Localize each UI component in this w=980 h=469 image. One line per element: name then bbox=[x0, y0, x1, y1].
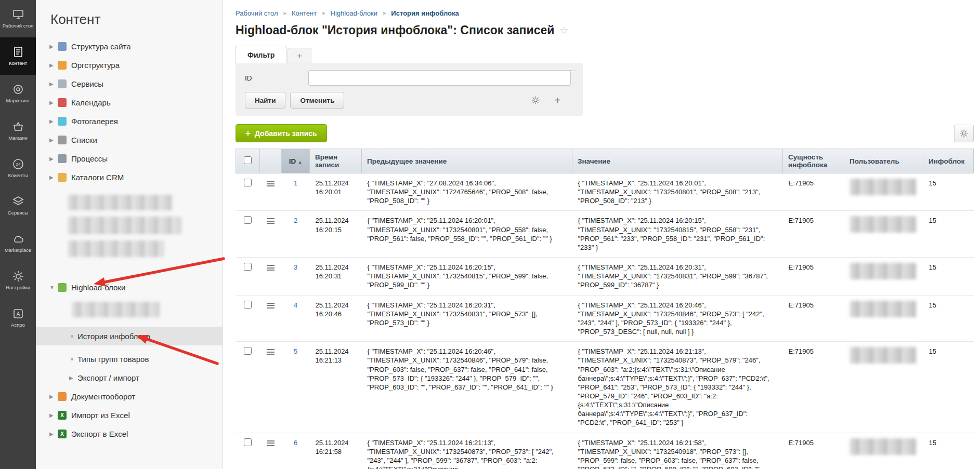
record-id-link[interactable]: 1 bbox=[288, 179, 304, 187]
redacted-user bbox=[850, 179, 917, 195]
rail-item-marketplace[interactable]: Marketplace bbox=[0, 224, 36, 262]
sidebar-item-label: Импорт из Excel bbox=[71, 411, 130, 420]
filter-tab[interactable]: Фильтр bbox=[236, 46, 286, 63]
sidebar-item-label: Списки bbox=[71, 136, 97, 144]
record-id-link[interactable]: 4 bbox=[288, 301, 304, 310]
page-title: Highload-блок "История инфоблока": Списо… bbox=[236, 23, 554, 37]
aspro-logo-icon: A bbox=[12, 307, 24, 320]
sidebar-item-highload-blocks[interactable]: ▼ Highload-блоки bbox=[36, 278, 223, 297]
sidebar-item-photogallery[interactable]: ▶ Фотогалерея bbox=[36, 112, 223, 130]
record-id-link[interactable]: 5 bbox=[288, 347, 304, 356]
rail-item-aspro[interactable]: A Аспро bbox=[0, 299, 36, 337]
grid-settings-button[interactable] bbox=[954, 125, 974, 142]
row-checkbox[interactable] bbox=[244, 179, 252, 186]
header-prev-value[interactable]: Предыдущее значение bbox=[362, 149, 572, 173]
filter-id-input[interactable] bbox=[308, 70, 571, 86]
breadcrumb-item[interactable]: Контент bbox=[292, 9, 317, 17]
select-all-checkbox[interactable] bbox=[244, 156, 252, 164]
breadcrumb-item-current[interactable]: История инфоблока bbox=[391, 9, 459, 17]
rail-item-shop[interactable]: Магазин bbox=[0, 112, 36, 150]
rail-item-services[interactable]: Сервисы bbox=[0, 187, 36, 224]
row-id-cell: 6 bbox=[282, 433, 310, 469]
sidebar-item-site-structure[interactable]: ▶ Структура сайта bbox=[36, 37, 223, 56]
sidebar-item-infoblock-history[interactable]: История инфоблока bbox=[36, 327, 223, 345]
table-row: 2 25.11.202416:20:15 { "TIMESTAMP_X": "2… bbox=[236, 211, 974, 258]
photo-icon bbox=[58, 117, 67, 126]
clients-24-icon: 24 bbox=[12, 158, 24, 170]
rail-item-label: Аспро bbox=[9, 323, 27, 328]
header-user[interactable]: Пользователь bbox=[844, 149, 923, 173]
row-checkbox[interactable] bbox=[244, 263, 252, 271]
sidebar-item-product-group-types[interactable]: Типы групп товаров bbox=[36, 350, 223, 368]
row-checkbox[interactable] bbox=[244, 347, 252, 355]
header-infoblock[interactable]: Инфоблок bbox=[923, 149, 974, 173]
breadcrumb-item[interactable]: Highload-блоки bbox=[331, 9, 377, 17]
row-menu-icon[interactable] bbox=[267, 440, 275, 446]
sidebar-item-import-excel[interactable]: ▶ X Импорт из Excel bbox=[36, 406, 223, 424]
cancel-button[interactable]: Отменить bbox=[290, 92, 344, 109]
record-id-link[interactable]: 2 bbox=[288, 216, 304, 225]
breadcrumb-separator-icon: ➤ bbox=[283, 10, 287, 16]
record-id-link[interactable]: 3 bbox=[288, 263, 304, 272]
rail-item-label: Клиенты bbox=[6, 173, 29, 179]
sidebar-item-orgstructure[interactable]: ▶ Оргструктура bbox=[36, 56, 223, 74]
record-id-link[interactable]: 6 bbox=[288, 438, 304, 447]
sidebar-item-calendar[interactable]: ▶ Календарь bbox=[36, 93, 223, 112]
filter-settings-button[interactable] bbox=[528, 92, 543, 108]
header-menu-cell bbox=[260, 149, 282, 173]
row-user-cell bbox=[844, 258, 923, 295]
plus-icon: + bbox=[245, 129, 251, 138]
row-menu-cell bbox=[260, 295, 282, 342]
row-id-cell: 5 bbox=[282, 342, 310, 433]
favorite-star-icon[interactable]: ☆ bbox=[559, 24, 568, 36]
rail-item-content[interactable]: Контент bbox=[0, 37, 36, 75]
header-time[interactable]: Время записи bbox=[310, 149, 362, 173]
redacted-user bbox=[850, 263, 917, 279]
sidebar-item-lists[interactable]: ▶ Списки bbox=[36, 130, 223, 149]
row-menu-cell bbox=[260, 433, 282, 469]
content-sidebar: Контент ▶ Структура сайта ▶ Оргструктура… bbox=[36, 0, 223, 469]
sidebar-item-export-import[interactable]: ▶ Экспорт / импорт bbox=[36, 368, 223, 387]
row-user-cell bbox=[844, 342, 923, 433]
sidebar-item-docflow[interactable]: ▶ Документооборот bbox=[36, 387, 223, 406]
rail-item-label: Рабочий стол bbox=[1, 23, 35, 29]
row-menu-icon[interactable] bbox=[267, 181, 275, 186]
collapse-filter-icon[interactable]: — bbox=[569, 66, 577, 74]
docflow-icon bbox=[58, 392, 67, 401]
row-value-cell: { "TIMESTAMP_X": "25.11.2024 16:21:58", … bbox=[572, 433, 783, 469]
add-filter-field-button[interactable]: + bbox=[550, 92, 565, 108]
add-record-button[interactable]: + Добавить запись bbox=[236, 124, 327, 142]
row-checkbox[interactable] bbox=[244, 301, 252, 309]
row-checkbox[interactable] bbox=[244, 216, 252, 224]
row-checkbox[interactable] bbox=[244, 438, 252, 446]
row-menu-icon[interactable] bbox=[267, 349, 275, 355]
breadcrumb-item[interactable]: Рабочий стол bbox=[236, 9, 278, 17]
row-prev-cell: { "TIMESTAMP_X": "27.08.2024 16:34:06", … bbox=[362, 173, 572, 211]
header-value[interactable]: Значение bbox=[572, 149, 783, 173]
sidebar-item-export-excel[interactable]: ▶ X Экспорт в Excel bbox=[36, 424, 223, 443]
header-id-label: ID bbox=[289, 157, 296, 165]
header-id[interactable]: ID▲ bbox=[282, 149, 310, 173]
rail-item-desktop[interactable]: Рабочий стол bbox=[0, 0, 36, 37]
row-menu-icon[interactable] bbox=[267, 218, 275, 224]
row-entity-cell: E:71905 bbox=[783, 295, 844, 342]
row-menu-icon[interactable] bbox=[267, 265, 275, 271]
sidebar-item-crm-catalogs[interactable]: ▶ Каталоги CRM bbox=[36, 168, 223, 186]
rail-item-marketing[interactable]: Маркетинг bbox=[0, 75, 36, 112]
rail-item-settings[interactable]: Настройки bbox=[0, 262, 36, 299]
row-time-cell: 25.11.202416:21:58 bbox=[310, 433, 362, 469]
desktop-icon bbox=[12, 8, 24, 21]
chevron-right-icon: ▶ bbox=[69, 375, 77, 381]
gear-icon bbox=[959, 129, 969, 138]
row-infoblock-cell: 15 bbox=[923, 433, 974, 469]
find-button[interactable]: Найти bbox=[245, 92, 285, 109]
record-time: 16:20:46 bbox=[316, 310, 356, 318]
sidebar-item-processes[interactable]: ▶ Процессы bbox=[36, 149, 223, 168]
add-filter-tab-button[interactable]: + bbox=[288, 48, 311, 63]
row-menu-icon[interactable] bbox=[267, 303, 275, 309]
sidebar-item-services[interactable]: ▶ Сервисы bbox=[36, 74, 223, 93]
header-entity[interactable]: Сущность инфоблока bbox=[783, 149, 844, 173]
rail-item-clients[interactable]: 24 Клиенты bbox=[0, 150, 36, 187]
plus-icon: + bbox=[554, 95, 560, 106]
redacted-sidebar-item bbox=[68, 195, 172, 210]
